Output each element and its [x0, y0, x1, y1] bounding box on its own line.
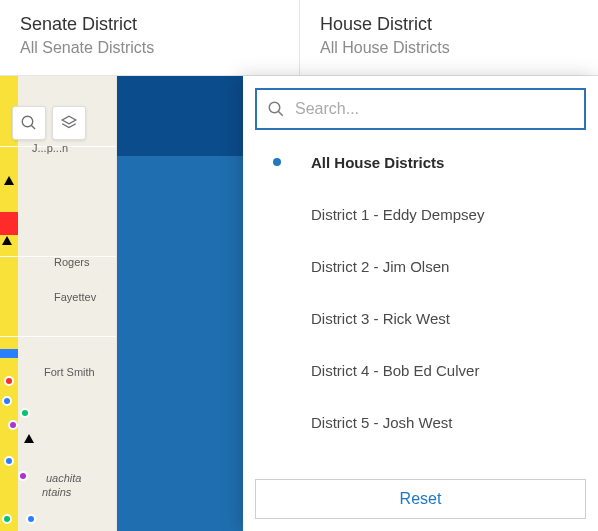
map-marker-circle — [2, 514, 12, 524]
map-road — [0, 336, 116, 337]
dropdown-option[interactable]: District 1 - Eddy Dempsey — [255, 188, 576, 240]
map-marker-circle — [18, 471, 28, 481]
search-icon — [267, 100, 285, 118]
dropdown-footer: Reset — [255, 473, 586, 519]
house-district-dropdown: All House Districts District 1 - Eddy De… — [243, 76, 598, 531]
map-controls — [12, 106, 86, 140]
dropdown-option[interactable]: District 4 - Bob Ed Culver — [255, 344, 576, 396]
map-label-joplin: J...p...n — [32, 142, 68, 154]
dropdown-search-input[interactable] — [295, 100, 574, 118]
selected-dot-icon — [273, 158, 281, 166]
filter-bar: Senate District All Senate Districts Hou… — [0, 0, 598, 76]
main-area: J...p...n Rogers Fayettev Fort Smith uac… — [0, 76, 598, 531]
map-label-ouachita: uachita — [46, 472, 81, 484]
senate-filter-title: Senate District — [20, 14, 279, 35]
senate-filter-value: All Senate Districts — [20, 39, 279, 57]
map-label-mountains: ntains — [42, 486, 71, 498]
dropdown-option-label: District 5 - Josh West — [311, 414, 576, 431]
map-marker-triangle — [4, 176, 14, 185]
map-marker-circle — [8, 420, 18, 430]
dropdown-option[interactable]: District 5 - Josh West — [255, 396, 576, 448]
dropdown-list-wrap: All House Districts District 1 - Eddy De… — [255, 136, 586, 473]
svg-point-0 — [22, 116, 33, 127]
dropdown-option[interactable]: District 3 - Rick West — [255, 292, 576, 344]
dropdown-option-label: District 1 - Eddy Dempsey — [311, 206, 576, 223]
search-icon — [20, 114, 38, 132]
svg-line-4 — [278, 111, 283, 116]
map-label-fortsmith: Fort Smith — [44, 366, 95, 378]
map-marker-circle — [2, 396, 12, 406]
map-marker-circle — [26, 514, 36, 524]
house-filter-value: All House Districts — [320, 39, 578, 57]
map-marker-triangle — [2, 236, 12, 245]
map-marker-triangle — [24, 434, 34, 443]
map-panel[interactable]: J...p...n Rogers Fayettev Fort Smith uac… — [0, 76, 117, 531]
dropdown-option-label: District 4 - Bob Ed Culver — [311, 362, 576, 379]
dropdown-list[interactable]: All House Districts District 1 - Eddy De… — [255, 136, 586, 473]
svg-line-1 — [31, 125, 35, 129]
dropdown-search[interactable] — [255, 88, 586, 130]
house-filter-title: House District — [320, 14, 578, 35]
map-label-rogers: Rogers — [54, 256, 89, 268]
map-label-fayetteville: Fayettev — [54, 291, 96, 303]
map-layers-button[interactable] — [52, 106, 86, 140]
dropdown-option-label: District 2 - Jim Olsen — [311, 258, 576, 275]
svg-marker-2 — [62, 116, 76, 124]
map-search-button[interactable] — [12, 106, 46, 140]
map-marker-circle — [20, 408, 30, 418]
svg-point-3 — [269, 102, 280, 113]
dropdown-option-label: All House Districts — [311, 154, 576, 171]
house-filter[interactable]: House District All House Districts — [300, 0, 598, 75]
layers-icon — [60, 114, 78, 132]
reset-button[interactable]: Reset — [255, 479, 586, 519]
map-marker-circle — [4, 456, 14, 466]
dropdown-option[interactable]: All House Districts — [255, 136, 576, 188]
dropdown-option[interactable]: District 2 - Jim Olsen — [255, 240, 576, 292]
senate-filter[interactable]: Senate District All Senate Districts — [0, 0, 300, 75]
dropdown-option-label: District 3 - Rick West — [311, 310, 576, 327]
map-marker-circle — [4, 376, 14, 386]
